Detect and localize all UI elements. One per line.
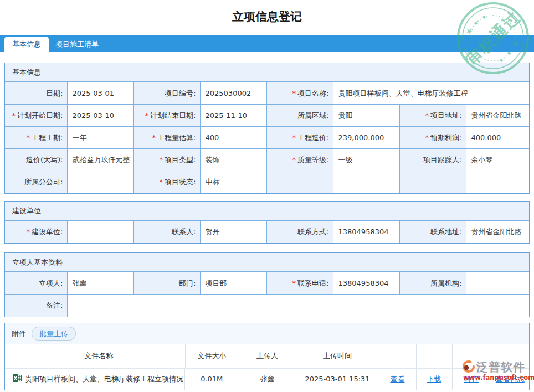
column-file-name: 文件名称 (5, 344, 185, 368)
required-asterisk: * (292, 89, 296, 97)
applicant-value: 张鑫 (67, 272, 134, 295)
section-basic-info-header: 基本信息 (5, 63, 529, 82)
page-title: 立项信息登记 (0, 9, 534, 24)
attachment-uploader: 张鑫 (239, 368, 296, 390)
section-applicant: 立项人基本资料 立项人: 张鑫 部门: 项目部 *联系电话: 138049583… (4, 252, 530, 317)
section-attachments: 附件 批量上传 文件名称 文件大小 上传人 上传时间 贵阳项目样板间 (4, 323, 530, 390)
empty-cell (399, 171, 466, 193)
build-unit-table: *建设单位: 联系人: 贺丹 联系方式: 13804958304 联系地址: 贵… (5, 220, 529, 243)
tab-bar: 基本信息 项目施工清单 (0, 35, 534, 52)
transfer-link[interactable]: 转存 (464, 375, 479, 383)
table-row: *建设单位: 联系人: 贺丹 联系方式: 13804958304 联系地址: 贵… (5, 221, 529, 243)
duration-value: 一年 (67, 127, 134, 149)
applicant-label: 立项人: (5, 272, 67, 295)
required-asterisk: * (425, 133, 429, 142)
contact-label: 联系人: (134, 221, 200, 243)
required-asterisk: * (27, 228, 30, 236)
remark-label: 备注: (5, 295, 67, 317)
date-value: 2025-03-01 (67, 82, 134, 105)
section-basic-info: 基本信息 日期: 2025-03-01 项目编号: 2025030002 *项目… (4, 63, 530, 194)
expected-profit-label: *预期利润: (399, 127, 466, 149)
attachments-header-bar: 附件 批量上传 (5, 323, 529, 344)
quantity-estimate-value: 400 (200, 127, 266, 149)
column-upload-time: 上传时间 (296, 344, 379, 368)
build-unit-label: *建设单位: (5, 221, 67, 243)
download-link[interactable]: 下载 (427, 375, 441, 383)
project-no-value: 2025030002 (200, 82, 266, 105)
duration-label: *工程工期: (5, 127, 67, 149)
region-label: 所属区域: (266, 105, 333, 127)
section-build-unit: 建设单位 *建设单位: 联系人: 贺丹 联系方式: 13804958304 联系… (4, 201, 530, 244)
required-asterisk: * (292, 279, 296, 287)
tel-value: 13804958304 (333, 272, 399, 295)
required-asterisk: * (425, 111, 429, 120)
contact-value: 贺丹 (200, 221, 266, 243)
project-name-value: 贵阳项目样板间、大堂、电梯厅装修工程 (333, 82, 529, 105)
tel-label: *联系电话: (266, 272, 333, 295)
batch-upload-button[interactable]: 批量上传 (32, 327, 76, 341)
basic-info-table: 日期: 2025-03-01 项目编号: 2025030002 *项目名称: 贵… (5, 82, 529, 193)
plan-end-value: 2025-11-10 (200, 105, 266, 127)
required-asterisk: * (292, 133, 296, 142)
tab-basic-info[interactable]: 基本信息 (4, 37, 49, 52)
plan-start-label: *计划开始日期: (5, 105, 67, 127)
tab-construction-list[interactable]: 项目施工清单 (48, 37, 106, 52)
table-row: 所属分公司: *项目状态: 中标 (5, 171, 529, 193)
required-asterisk: * (292, 156, 296, 164)
attachment-upload-time: 2025-03-01 15:31 (296, 368, 379, 390)
department-label: 部门: (134, 272, 200, 295)
quality-grade-value: 一级 (333, 149, 399, 171)
view-link[interactable]: 查看 (391, 375, 405, 383)
column-file-size: 文件大小 (185, 344, 239, 368)
required-asterisk: * (12, 111, 16, 120)
header-empty-cell (491, 344, 529, 368)
plan-end-label: *计划结束日期: (134, 105, 200, 127)
empty-cell (333, 171, 399, 193)
phone-value: 13804958304 (333, 221, 399, 243)
required-asterisk: * (152, 133, 156, 142)
table-row: 日期: 2025-03-01 项目编号: 2025030002 *项目名称: 贵… (5, 82, 529, 105)
branch-label: 所属分公司: (5, 171, 67, 193)
attachment-action-cell: 查看日志 (491, 368, 529, 390)
region-value: 贵阳 (333, 105, 399, 127)
empty-cell (266, 171, 333, 193)
attachment-action-cell: 查看 (379, 368, 416, 390)
header-empty-cell (416, 344, 452, 368)
project-type-value: 装饰 (200, 149, 266, 171)
phone-label: 联系方式: (266, 221, 333, 243)
attachment-file-name: 贵阳项目样板间、大堂、电梯厅装修工程立项情况. (25, 374, 185, 384)
view-log-link[interactable]: 查看日志 (496, 375, 525, 383)
table-row: *计划开始日期: 2025-03-10 *计划结束日期: 2025-11-10 … (5, 105, 529, 127)
project-cost-value: 239,000.000 (333, 127, 399, 149)
project-no-label: 项目编号: (134, 82, 200, 105)
tracker-value: 余小琴 (466, 149, 529, 171)
tracker-label: 项目跟踪人: (399, 149, 466, 171)
table-row: *工程工期: 一年 *工程量估算: 400 *工程造价: 239,000.000… (5, 127, 529, 149)
attachment-file-size: 0.01M (185, 368, 239, 390)
table-row: 立项人: 张鑫 部门: 项目部 *联系电话: 13804958304 所属机构: (5, 272, 529, 295)
contact-addr-value: 贵州省金阳北路 (466, 221, 529, 243)
organization-label: 所属机构: (399, 272, 466, 295)
status-value: 中标 (200, 171, 266, 193)
attachments-title: 附件 (12, 329, 26, 339)
applicant-table: 立项人: 张鑫 部门: 项目部 *联系电话: 13804958304 所属机构:… (5, 272, 529, 317)
address-label: *项目地址: (399, 105, 466, 127)
date-label: 日期: (5, 82, 67, 105)
contact-addr-label: 联系地址: (399, 221, 466, 243)
empty-cell (466, 171, 529, 193)
project-type-label: *项目类型: (134, 149, 200, 171)
column-uploader: 上传人 (239, 344, 296, 368)
quality-grade-label: *质量等级: (266, 149, 333, 171)
attachments-table: 文件名称 文件大小 上传人 上传时间 贵阳项目样板间、大堂、电梯厅装修工程立项情… (5, 344, 529, 390)
table-row: 造价(大写): 贰拾叁万玖仟元整 *项目类型: 装饰 *质量等级: 一级 项目跟… (5, 149, 529, 171)
required-asterisk: * (160, 178, 163, 186)
project-initiation-registration-page: 立项信息登记 基本信息 项目施工清单 基本信息 日期: 2025-03-01 项… (0, 0, 534, 392)
header-empty-cell (379, 344, 416, 368)
required-asterisk: * (145, 111, 149, 120)
section-build-unit-header: 建设单位 (5, 202, 529, 220)
project-cost-label: *工程造价: (266, 127, 333, 149)
project-name-label: *项目名称: (266, 82, 333, 105)
attachment-row: 贵阳项目样板间、大堂、电梯厅装修工程立项情况. 0.01M 张鑫 2025-03… (5, 368, 529, 390)
expected-profit-value: 400.000 (466, 127, 529, 149)
attachment-file-cell: 贵阳项目样板间、大堂、电梯厅装修工程立项情况. (5, 369, 185, 390)
